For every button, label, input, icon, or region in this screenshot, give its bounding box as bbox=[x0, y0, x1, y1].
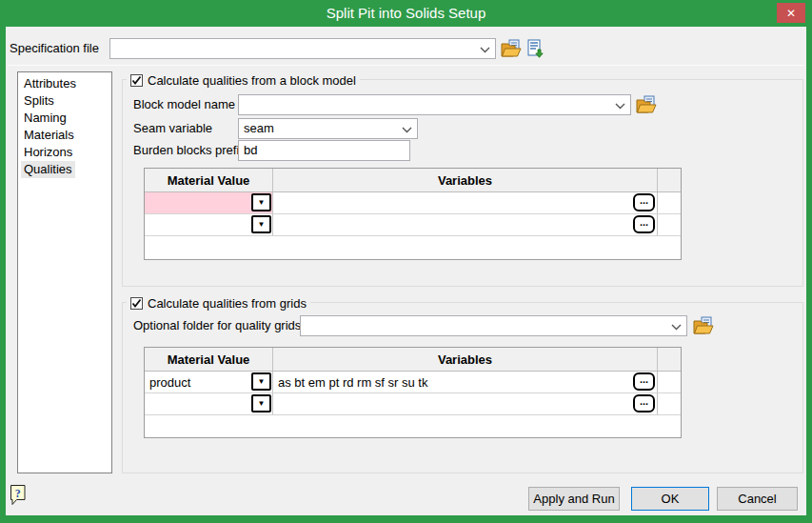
open-folder-icon bbox=[693, 316, 714, 335]
material-value-header: Material Value bbox=[145, 348, 273, 371]
checkbox-label: Calculate qualities from grids bbox=[148, 296, 307, 311]
table-empty-area bbox=[145, 415, 681, 437]
spec-load-file-button[interactable] bbox=[524, 38, 546, 59]
dialog-window: Split Pit into Solids Setup ✕ Specificat… bbox=[0, 0, 812, 523]
help-bubble-icon: ? bbox=[10, 484, 27, 506]
variables-browse-button[interactable]: ... bbox=[633, 215, 655, 233]
material-value-cell[interactable]: ▼ bbox=[145, 393, 273, 414]
dialog-title: Split Pit into Solids Setup bbox=[0, 0, 812, 26]
seam-variable-combobox[interactable]: seam bbox=[238, 118, 418, 139]
material-value-header: Material Value bbox=[145, 169, 273, 191]
sidebar-item-horizons[interactable]: Horizons bbox=[18, 144, 111, 161]
apply-and-run-button[interactable]: Apply and Run bbox=[528, 487, 620, 511]
material-value-cell[interactable]: ▼ bbox=[145, 214, 273, 235]
divider bbox=[8, 65, 804, 66]
variables-cell[interactable]: ... bbox=[273, 214, 658, 235]
optional-folder-combobox[interactable] bbox=[300, 315, 687, 336]
dropdown-arrow-icon: ▼ bbox=[258, 198, 266, 207]
dropdown-arrow-icon: ▼ bbox=[258, 377, 266, 386]
ellipsis-icon: ... bbox=[640, 194, 648, 206]
dropdown-arrow-icon: ▼ bbox=[258, 399, 266, 408]
checkbox-checked-icon bbox=[130, 297, 143, 310]
chevron-down-icon bbox=[615, 103, 625, 110]
svg-text:?: ? bbox=[15, 487, 21, 500]
table-row: ▼ ... bbox=[145, 393, 681, 415]
material-dropdown-button[interactable]: ▼ bbox=[251, 193, 271, 211]
burden-prefix-label: Burden blocks prefix bbox=[133, 140, 246, 161]
dropdown-arrow-icon: ▼ bbox=[258, 220, 266, 229]
file-import-icon bbox=[525, 39, 545, 58]
grids-material-table: Material Value Variables product ▼ as bt… bbox=[144, 347, 682, 438]
table-empty-area bbox=[145, 236, 681, 259]
variables-browse-button[interactable]: ... bbox=[633, 372, 655, 391]
block-model-material-table: Material Value Variables ▼ ... ▼ bbox=[144, 168, 682, 260]
table-row: ▼ ... bbox=[145, 214, 681, 236]
table-row: ▼ ... bbox=[145, 192, 681, 214]
table-header-row: Material Value Variables bbox=[145, 169, 681, 192]
variables-browse-button[interactable]: ... bbox=[633, 193, 655, 211]
open-folder-icon bbox=[501, 39, 522, 58]
variables-cell[interactable]: as bt em pt rd rm sf sr su tk ... bbox=[273, 372, 658, 392]
material-value-cell[interactable]: ▼ bbox=[145, 192, 273, 213]
spec-file-label: Specification file bbox=[10, 38, 99, 59]
help-button[interactable]: ? bbox=[10, 484, 27, 509]
table-header-row: Material Value Variables bbox=[145, 348, 681, 372]
row-spacer bbox=[658, 192, 681, 213]
spec-file-combobox[interactable] bbox=[109, 38, 496, 59]
material-dropdown-button[interactable]: ▼ bbox=[251, 394, 271, 412]
category-list: Attributes Splits Naming Materials Horiz… bbox=[17, 71, 112, 473]
sidebar-item-attributes[interactable]: Attributes bbox=[18, 75, 111, 92]
variables-browse-button[interactable]: ... bbox=[633, 394, 655, 412]
block-model-browse-button[interactable] bbox=[635, 94, 658, 115]
chevron-down-icon bbox=[480, 47, 490, 53]
ok-button[interactable]: OK bbox=[631, 487, 709, 511]
checkbox-label: Calculate qualities from a block model bbox=[148, 73, 356, 88]
sidebar-item-qualities[interactable]: Qualities bbox=[18, 161, 111, 178]
header-spacer bbox=[658, 348, 681, 371]
material-value-cell[interactable]: product ▼ bbox=[145, 372, 273, 392]
titlebar[interactable]: Split Pit into Solids Setup ✕ bbox=[0, 0, 812, 27]
optional-folder-browse-button[interactable] bbox=[692, 315, 715, 336]
checkbox-calc-block-model[interactable]: Calculate qualities from a block model bbox=[127, 72, 360, 89]
checkbox-calc-grids[interactable]: Calculate qualities from grids bbox=[127, 295, 310, 312]
checkbox-checked-icon bbox=[130, 74, 143, 87]
ellipsis-icon: ... bbox=[640, 216, 648, 228]
row-spacer bbox=[658, 372, 681, 392]
spec-browse-folder-button[interactable] bbox=[500, 38, 523, 59]
optional-folder-label: Optional folder for quality grids bbox=[133, 315, 301, 336]
row-spacer bbox=[658, 393, 681, 414]
variables-cell[interactable]: ... bbox=[273, 393, 658, 414]
variables-header: Variables bbox=[273, 169, 658, 191]
block-model-name-label: Block model name bbox=[133, 94, 235, 115]
chevron-down-icon bbox=[402, 127, 412, 133]
variables-cell[interactable]: ... bbox=[273, 192, 658, 213]
open-folder-icon bbox=[636, 95, 657, 114]
ellipsis-icon: ... bbox=[640, 395, 648, 407]
sidebar-item-splits[interactable]: Splits bbox=[18, 92, 111, 110]
close-icon: ✕ bbox=[786, 7, 796, 20]
variables-header: Variables bbox=[273, 348, 658, 371]
header-spacer bbox=[658, 169, 681, 191]
sidebar-item-naming[interactable]: Naming bbox=[18, 110, 111, 127]
row-spacer bbox=[658, 214, 681, 235]
material-dropdown-button[interactable]: ▼ bbox=[251, 215, 271, 233]
material-dropdown-button[interactable]: ▼ bbox=[251, 372, 271, 391]
burden-prefix-input[interactable]: bd bbox=[238, 140, 410, 161]
table-row: product ▼ as bt em pt rd rm sf sr su tk … bbox=[145, 372, 681, 393]
ellipsis-icon: ... bbox=[640, 373, 648, 385]
block-model-name-combobox[interactable] bbox=[238, 94, 631, 115]
cancel-button[interactable]: Cancel bbox=[717, 487, 798, 511]
chevron-down-icon bbox=[671, 324, 682, 331]
seam-variable-label: Seam variable bbox=[133, 118, 212, 139]
close-button[interactable]: ✕ bbox=[777, 3, 805, 23]
dialog-body: Specification file bbox=[6, 27, 806, 515]
sidebar-item-materials[interactable]: Materials bbox=[18, 127, 111, 144]
